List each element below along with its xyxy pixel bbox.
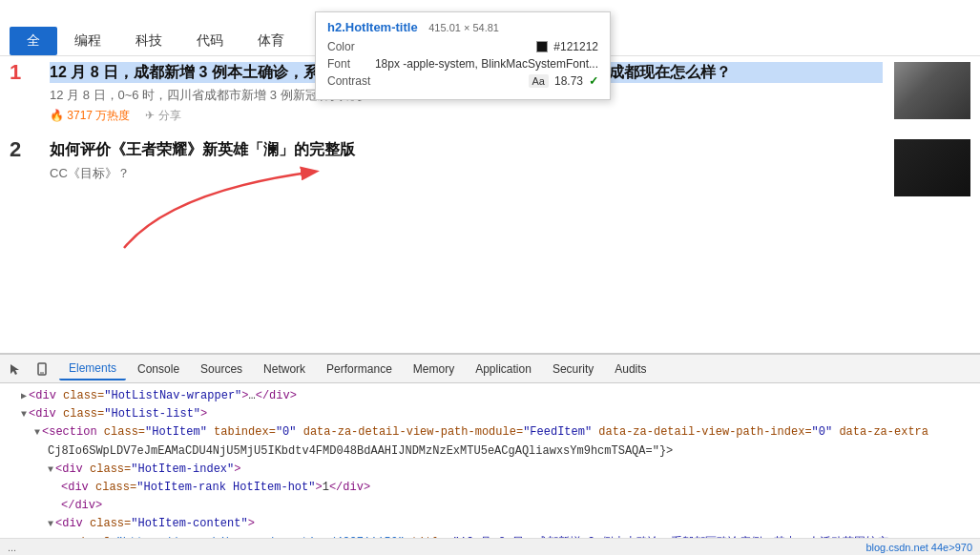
tab-audits[interactable]: Audits — [605, 359, 656, 380]
devtools-tab-bar: Elements Console Sources Network Perform… — [0, 355, 980, 383]
tab-console[interactable]: Console — [128, 359, 189, 380]
hot-title-2: 如何评价《王者荣耀》新英雄「澜」的完整版 — [50, 139, 883, 160]
status-right: blog.csdn.net 44e>970 — [865, 542, 972, 553]
hot-thumbnail-1 — [894, 62, 970, 119]
nav-item-sports[interactable]: 体育 — [240, 27, 302, 55]
hot-excerpt-2: CC《目标》？ — [50, 165, 883, 182]
devtools-cursor-icon[interactable] — [6, 360, 25, 379]
element-tooltip: h2.HotItem-title 415.01 × 54.81 Color #1… — [315, 11, 611, 100]
code-line-4: Cj8Io6SWpLDV7eJmEAMaCDU4NjU5MjU5IKbdtv4F… — [8, 442, 972, 461]
hot-rank-2: 2 — [10, 139, 38, 160]
tooltip-selector: h2.HotItem-title 415.01 × 54.81 — [327, 20, 598, 34]
code-line-2: ▼<div class="HotList-list"> — [8, 405, 972, 423]
tab-elements[interactable]: Elements — [59, 358, 126, 380]
hot-share-1: ✈ 分享 — [145, 108, 180, 124]
tooltip-contrast-label: Contrast — [327, 74, 370, 88]
devtools-panel: Elements Console Sources Network Perform… — [0, 353, 980, 555]
tab-sources[interactable]: Sources — [191, 359, 252, 380]
tab-security[interactable]: Security — [543, 359, 603, 380]
code-line-1: ▶<div class="HotListNav-wrapper">…</div> — [8, 387, 972, 405]
status-bar: ... blog.csdn.net 44e>970 — [0, 538, 980, 555]
tooltip-font-value: 18px -apple-system, BlinkMacSystemFont..… — [375, 57, 598, 71]
code-line-3: ▼<section class="HotItem" tabindex="0" d… — [8, 423, 972, 442]
tooltip-color-label: Color — [327, 40, 355, 53]
tooltip-color-value: #121212 — [536, 40, 598, 53]
hot-thumbnail-2 — [894, 139, 970, 196]
nav-item-tech[interactable]: 科技 — [118, 27, 179, 55]
nav-item-code[interactable]: 代码 — [179, 27, 240, 55]
hot-meta-1: 🔥 3717 万热度 ✈ 分享 — [50, 108, 883, 124]
nav-item-programming[interactable]: 编程 — [57, 27, 118, 55]
color-swatch — [536, 41, 548, 52]
code-line-7: </div> — [8, 497, 972, 515]
code-line-8: ▼<div class="HotItem-content"> — [8, 515, 972, 533]
tab-network[interactable]: Network — [254, 359, 315, 380]
tab-application[interactable]: Application — [466, 359, 541, 380]
hot-rank-1: 1 — [10, 62, 38, 83]
devtools-html-content: ▶<div class="HotListNav-wrapper">…</div>… — [0, 383, 980, 555]
code-line-5: ▼<div class="HotItem-index"> — [8, 461, 972, 479]
hot-item-2[interactable]: 2 如何评价《王者荣耀》新英雄「澜」的完整版 CC《目标》？ — [10, 139, 970, 196]
tab-memory[interactable]: Memory — [404, 359, 464, 380]
hot-heat-1: 🔥 3717 万热度 — [50, 108, 130, 124]
nav-item-all[interactable]: 全 — [10, 27, 57, 55]
hot-content-2: 如何评价《王者荣耀》新英雄「澜」的完整版 CC《目标》？ — [50, 139, 883, 185]
tab-performance[interactable]: Performance — [317, 359, 402, 380]
browser-content: 全 编程 科技 代码 体育 时尚 影视 h2.HotItem-title 415… — [0, 0, 980, 353]
devtools-mobile-icon[interactable] — [32, 360, 52, 379]
tooltip-font-label: Font — [327, 57, 350, 71]
code-line-6: <div class="HotItem-rank HotItem-hot">1<… — [8, 479, 972, 497]
status-left: ... — [8, 542, 16, 553]
tooltip-contrast-value: Aa 18.73 ✓ — [529, 74, 599, 88]
